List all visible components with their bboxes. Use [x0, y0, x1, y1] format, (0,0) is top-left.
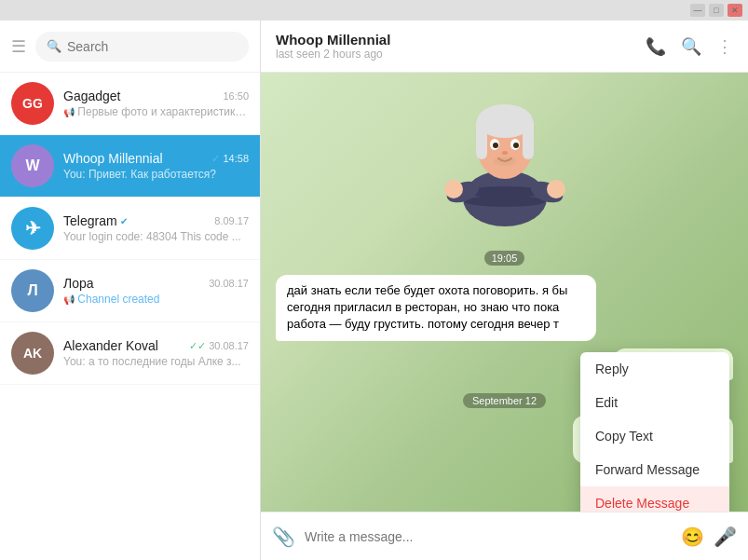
phone-icon[interactable]: 📞 [646, 36, 666, 57]
chat-item-gagadget[interactable]: GG Gagadget 16:50 📢 Первые фото и характ… [0, 73, 260, 135]
chat-item-telegram[interactable]: ✈ Telegram ✔ 8.09.17 Your login code: 48… [0, 198, 260, 260]
context-forward[interactable]: Forward Message [580, 453, 729, 486]
avatar-telegram: ✈ [11, 207, 54, 250]
chat-header-status: last seen 2 hours ago [276, 48, 390, 61]
chat-preview-whoop: You: Привет. Как работается? [63, 168, 249, 181]
double-check-icon-alexander: ✓✓ [189, 340, 206, 351]
search-input[interactable] [67, 39, 238, 54]
avatar-whoop: W [11, 144, 54, 187]
channel-icon-gagadget: 📢 [63, 107, 75, 117]
chat-header-icons: 📞 🔍 ⋮ [646, 36, 733, 57]
minimize-button[interactable]: — [690, 4, 705, 17]
menu-icon[interactable]: ☰ [11, 36, 26, 57]
chat-preview-lora: 📢 Channel created [63, 293, 249, 306]
check-icon-whoop: ✓ [211, 153, 220, 164]
emoji-icon[interactable]: 😊 [681, 526, 704, 548]
svg-rect-12 [477, 115, 533, 133]
chat-time-alexander: ✓✓ 30.08.17 [189, 340, 249, 352]
chat-name-gagadget: Gagadget [63, 89, 121, 103]
incoming-bubble[interactable]: дай знать если тебе будет охота поговори… [276, 275, 596, 341]
svg-point-18 [494, 157, 516, 166]
svg-point-6 [547, 180, 565, 198]
context-reply[interactable]: Reply [580, 352, 729, 386]
chat-header-info: Whoop Millennial last seen 2 hours ago [276, 32, 390, 61]
search-chat-icon[interactable]: 🔍 [681, 36, 701, 57]
sticker-image [444, 91, 565, 236]
incoming-text: дай знать если тебе будет охота поговори… [287, 283, 567, 331]
context-menu: Reply Edit Copy Text Forward Message Del… [580, 352, 729, 512]
svg-point-5 [444, 180, 463, 198]
chat-preview-gagadget: 📢 Первые фото и характеристики ... [63, 105, 249, 118]
chat-list: GG Gagadget 16:50 📢 Первые фото и характ… [0, 73, 260, 560]
chat-header-name: Whoop Millennial [276, 32, 390, 48]
search-icon: 🔍 [47, 39, 61, 53]
svg-point-15 [493, 143, 498, 148]
svg-point-16 [513, 143, 519, 148]
search-box[interactable]: 🔍 [35, 32, 249, 61]
app-container: ☰ 🔍 GG Gagadget 16:50 📢 Первые фото и ха… [0, 20, 748, 560]
time-badge-text: 19:05 [484, 251, 525, 266]
close-button[interactable]: ✕ [728, 4, 742, 17]
chat-item-whoop[interactable]: W Whoop Millennial ✓ 14:58 You: Привет. … [0, 135, 260, 198]
context-delete[interactable]: Delete Message [580, 486, 729, 512]
svg-point-2 [464, 196, 546, 207]
chat-time-gagadget: 16:50 [223, 90, 249, 102]
sidebar-header: ☰ 🔍 [0, 20, 260, 73]
mic-icon[interactable]: 🎤 [714, 526, 737, 548]
avatar-gagadget: GG [11, 82, 54, 125]
chat-background: 19:05 дай знать если тебе будет охота по… [261, 73, 748, 512]
chat-name-whoop: Whoop Millennial [63, 151, 163, 166]
chat-header: Whoop Millennial last seen 2 hours ago 📞… [261, 20, 748, 73]
chat-item-lora[interactable]: Л Лора 30.08.17 📢 Channel created [0, 260, 260, 322]
avatar-lora: Л [11, 269, 54, 312]
context-copy[interactable]: Copy Text [580, 419, 729, 453]
channel-icon-lora: 📢 [63, 294, 75, 305]
sticker-message [276, 91, 733, 236]
chat-info-telegram: Telegram ✔ 8.09.17 Your login code: 4830… [63, 213, 249, 243]
avatar-alexander: AK [11, 332, 54, 375]
attach-icon[interactable]: 📎 [272, 526, 295, 548]
chat-time-lora: 30.08.17 [209, 278, 249, 289]
chat-time-whoop: ✓ 14:58 [211, 153, 249, 165]
chat-name-telegram: Telegram [63, 213, 117, 228]
titlebar: — □ ✕ [0, 0, 748, 20]
chat-preview-telegram: Your login code: 48304 This code ... [63, 230, 249, 243]
more-icon[interactable]: ⋮ [716, 36, 733, 57]
sidebar: ☰ 🔍 GG Gagadget 16:50 📢 Первые фото и ха… [0, 20, 261, 560]
input-bar: 📎 😊 🎤 [261, 512, 748, 560]
svg-point-17 [502, 151, 508, 155]
message-row-incoming: дай знать если тебе будет охота поговори… [276, 275, 733, 345]
context-edit[interactable]: Edit [580, 386, 729, 419]
maximize-button[interactable]: □ [709, 4, 724, 17]
chat-info-alexander: Alexander Koval ✓✓ 30.08.17 You: а то по… [63, 338, 249, 368]
date-divider-text: September 12 [463, 393, 546, 408]
chat-info-lora: Лора 30.08.17 📢 Channel created [63, 276, 249, 306]
chat-info-gagadget: Gagadget 16:50 📢 Первые фото и характери… [63, 89, 249, 118]
chat-preview-alexander: You: а то последние годы Алке з... [63, 355, 249, 368]
time-badge-1905: 19:05 [276, 245, 733, 271]
message-input[interactable] [305, 529, 672, 544]
chat-name-lora: Лора [63, 276, 94, 291]
chat-item-alexander[interactable]: AK Alexander Koval ✓✓ 30.08.17 You: а то… [0, 322, 260, 385]
verified-icon-telegram: ✔ [120, 216, 128, 226]
chat-name-alexander: Alexander Koval [63, 338, 158, 353]
main-chat: Whoop Millennial last seen 2 hours ago 📞… [261, 20, 748, 560]
chat-time-telegram: 8.09.17 [214, 215, 249, 226]
chat-info-whoop: Whoop Millennial ✓ 14:58 You: Привет. Ка… [63, 151, 249, 181]
